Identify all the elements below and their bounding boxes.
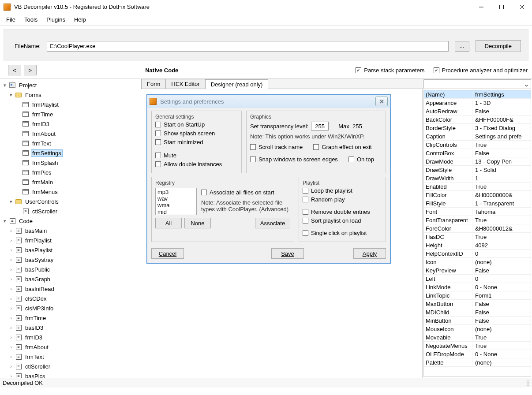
cb-random-play[interactable]: Random play [303, 195, 382, 204]
properties-grid[interactable]: (Name)frmSettingsAppearance1 - 3DAutoRed… [423, 90, 531, 377]
tree-code-basPlaylist[interactable]: ›basPlaylist [2, 245, 141, 255]
tree-form-frmSplash[interactable]: frmSplash [2, 158, 141, 168]
cb-on-top[interactable]: On top [348, 155, 374, 164]
prop-linkmode[interactable]: LinkMode0 - None [424, 283, 531, 291]
properties-selector[interactable]: ⌄ [423, 79, 531, 89]
prop-borderstyle[interactable]: BorderStyle3 - Fixed Dialog [424, 124, 531, 132]
transparency-input[interactable] [311, 122, 329, 130]
menu-tools[interactable]: Tools [21, 15, 41, 24]
tree-form-frmAbout[interactable]: frmAbout [2, 129, 141, 138]
filetype-listbox[interactable]: mp3wavwmamid [155, 188, 197, 215]
cb-scroll-track[interactable]: Scroll track name [250, 142, 303, 151]
tree-code-basPublic[interactable]: ›basPublic [2, 265, 141, 274]
cb-loop-playlist[interactable]: Loop the playlist [303, 186, 382, 195]
menu-file[interactable]: File [3, 15, 19, 24]
prop-drawwidth[interactable]: DrawWidth1 [424, 174, 531, 183]
tree-code-frmText[interactable]: ›frmText [2, 352, 141, 361]
prop-controlbox[interactable]: ControlBoxFalse [424, 149, 531, 157]
tree-code[interactable]: ▾Code [2, 216, 141, 226]
prop-drawstyle[interactable]: DrawStyle1 - Solid [424, 166, 531, 174]
cb-associate-all[interactable]: Associate all files on start [201, 188, 290, 197]
prop-name[interactable]: (Name)frmSettings [424, 90, 531, 99]
prop-palette[interactable]: Palette(none) [424, 358, 531, 367]
prop-maxbutton[interactable]: MaxButtonFalse [424, 300, 531, 308]
cb-splash[interactable]: Show splash screen [155, 129, 238, 138]
prop-mdichild[interactable]: MDIChildFalse [424, 308, 531, 317]
resize-grip-icon[interactable]: ⣿ [526, 380, 529, 386]
prop-drawmode[interactable]: DrawMode13 - Copy Pen [424, 157, 531, 166]
cb-graph-effect[interactable]: Graph effect on exit [313, 142, 371, 151]
menu-help[interactable]: Help [71, 15, 90, 24]
tree-form-frmTime[interactable]: frmTime [2, 109, 141, 119]
tree-code-basGraph[interactable]: ›basGraph [2, 274, 141, 284]
tree-form-frmPics[interactable]: frmPics [2, 168, 141, 177]
prop-height[interactable]: Height4092 [424, 241, 531, 250]
cb-minimized[interactable]: Start minimized [155, 138, 238, 146]
close-button[interactable] [512, 0, 532, 14]
filetype-wma[interactable]: wma [157, 202, 195, 209]
prop-autoredraw[interactable]: AutoRedrawFalse [424, 107, 531, 116]
prop-caption[interactable]: CaptionSettings and prefe [424, 132, 531, 141]
cb-single-click[interactable]: Single click on playlist [303, 228, 382, 237]
tree-usercontrols[interactable]: ▾UserControls [2, 197, 141, 206]
tree-form-frmMenus[interactable]: frmMenus [2, 187, 141, 197]
tree-form-frmMain[interactable]: frmMain [2, 177, 141, 187]
filename-input[interactable] [47, 41, 448, 52]
tree-form-frmID3[interactable]: frmID3 [2, 119, 141, 129]
tab-form[interactable]: Form [141, 79, 166, 89]
menu-plugins[interactable]: Plugins [43, 15, 69, 24]
prop-font[interactable]: FontTahoma [424, 208, 531, 216]
tree-code-ctlScroller[interactable]: ›ctlScroller [2, 361, 141, 371]
tree-uc-ctlScroller[interactable]: ctlScroller [2, 206, 141, 216]
save-button[interactable]: Save [271, 248, 304, 259]
prop-oledropmode[interactable]: OLEDropMode0 - None [424, 350, 531, 358]
prop-mouseicon[interactable]: MouseIcon(none) [424, 325, 531, 333]
proc-analyzer-checkbox[interactable]: Procedure analyzer and optimizer [434, 67, 528, 74]
tree-code-basSystray[interactable]: ›basSystray [2, 255, 141, 265]
prop-enabled[interactable]: EnabledTrue [424, 183, 531, 191]
tree-code-clsCDex[interactable]: ›clsCDex [2, 294, 141, 303]
prop-linktopic[interactable]: LinkTopicForm1 [424, 291, 531, 300]
tree-form-frmText[interactable]: frmText [2, 138, 141, 148]
tree-forms[interactable]: ▾Forms [2, 90, 141, 100]
all-button[interactable]: All [155, 218, 182, 228]
apply-button[interactable]: Apply [353, 248, 386, 259]
associate-button[interactable]: Associate [255, 218, 290, 228]
prop-forecolor[interactable]: ForeColor&H80000012& [424, 224, 531, 233]
cancel-button[interactable]: Cancel [151, 248, 184, 259]
tab-designer[interactable]: Designer (read only) [205, 79, 269, 89]
minimize-button[interactable] [471, 0, 491, 14]
filetype-mid[interactable]: mid [157, 209, 195, 215]
dialog-close-button[interactable]: ✕ [375, 97, 388, 106]
prop-clipcontrols[interactable]: ClipControlsTrue [424, 141, 531, 149]
prop-keypreview[interactable]: KeyPreviewFalse [424, 266, 531, 275]
nav-back-button[interactable]: < [8, 65, 21, 75]
maximize-button[interactable] [491, 0, 512, 14]
decompile-button[interactable]: Decompile [476, 40, 521, 52]
tree-code-clsMP3Info[interactable]: ›clsMP3Info [2, 303, 141, 313]
prop-negotiatemenus[interactable]: NegotiateMenusTrue [424, 342, 531, 350]
tree-code-frmTime[interactable]: ›frmTime [2, 313, 141, 323]
cb-remove-doubles[interactable]: Remove double entries [303, 207, 382, 216]
tree-code-frmAbout[interactable]: ›frmAbout [2, 342, 141, 352]
tree-code-basPics[interactable]: ›basPics [2, 371, 141, 378]
prop-fillstyle[interactable]: FillStyle1 - Transparent [424, 199, 531, 208]
prop-left[interactable]: Left0 [424, 275, 531, 283]
prop-minbutton[interactable]: MinButtonFalse [424, 317, 531, 325]
browse-button[interactable]: ... [455, 41, 469, 52]
prop-fonttransparent[interactable]: FontTransparentTrue [424, 216, 531, 224]
tree-code-frmID3[interactable]: ›frmID3 [2, 332, 141, 342]
tree-code-basMain[interactable]: ›basMain [2, 226, 141, 235]
nav-forward-button[interactable]: > [24, 65, 37, 75]
parse-stack-checkbox[interactable]: Parse stack parameters [356, 67, 424, 74]
tree-code-basIniRead[interactable]: ›basIniRead [2, 284, 141, 294]
filetype-wav[interactable]: wav [157, 195, 195, 202]
filetype-mp3[interactable]: mp3 [157, 189, 195, 195]
cb-sort-playlist[interactable]: Sort playlist on load [303, 216, 382, 225]
prop-icon[interactable]: Icon(none) [424, 258, 531, 266]
prop-backcolor[interactable]: BackColor&HFF00000F& [424, 116, 531, 124]
tab-hex[interactable]: HEX Editor [165, 79, 205, 89]
tree-form-frmPlaylist[interactable]: frmPlaylist [2, 100, 141, 109]
cb-double-instances[interactable]: Allow double instances [155, 160, 238, 168]
tree-project[interactable]: ▾Project [2, 80, 141, 90]
